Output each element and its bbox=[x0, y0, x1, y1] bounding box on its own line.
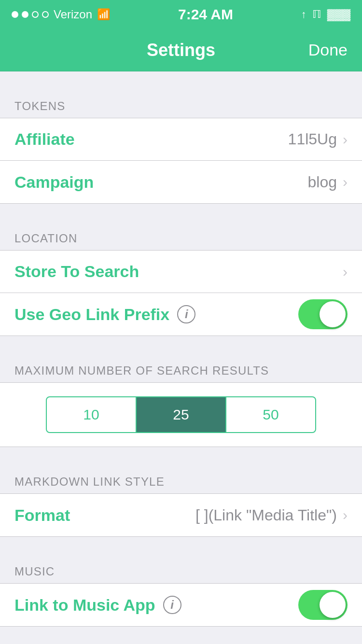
location-group: Store To Search › Use Geo Link Prefix i bbox=[0, 250, 362, 336]
wifi-icon: 📶 bbox=[97, 8, 110, 21]
affiliate-right: 11l5Ug › bbox=[288, 130, 348, 148]
music-app-label: Link to Music App bbox=[14, 596, 155, 615]
music-app-info-icon[interactable]: i bbox=[163, 596, 181, 614]
geo-link-prefix-row: Use Geo Link Prefix i bbox=[0, 293, 362, 336]
music-app-left: Link to Music App i bbox=[14, 596, 181, 615]
seg-option-50[interactable]: 50 bbox=[226, 397, 315, 432]
seg-option-10[interactable]: 10 bbox=[47, 397, 137, 432]
geo-link-info-icon[interactable]: i bbox=[177, 305, 195, 323]
dot-2 bbox=[22, 11, 28, 18]
dot-4 bbox=[42, 11, 49, 18]
max-results-group: 10 25 50 bbox=[0, 382, 362, 447]
format-value: [ ](Link "Media Title") bbox=[195, 506, 337, 524]
music-group: Link to Music App i bbox=[0, 583, 362, 627]
max-results-segmented: 10 25 50 bbox=[46, 396, 316, 433]
music-section-header: MUSIC bbox=[0, 551, 362, 583]
campaign-chevron: › bbox=[343, 174, 348, 190]
max-results-header: MAXIMUM NUMBER OF SEARCH RESULTS bbox=[0, 350, 362, 382]
store-to-search-right: › bbox=[343, 264, 348, 280]
music-app-toggle[interactable] bbox=[298, 590, 348, 620]
campaign-right: blog › bbox=[308, 173, 348, 191]
status-right: ↑ ℿ ▓▓▓ bbox=[301, 8, 350, 21]
status-time: 7:24 AM bbox=[178, 6, 233, 23]
geo-link-toggle[interactable] bbox=[298, 299, 348, 329]
tokens-group: Affiliate 11l5Ug › Campaign blog › bbox=[0, 118, 362, 204]
nav-bar: Settings Done bbox=[0, 29, 362, 71]
nav-title: Settings bbox=[147, 40, 215, 60]
format-label: Format bbox=[14, 506, 70, 525]
store-chevron: › bbox=[343, 264, 348, 280]
battery-icon: ▓▓▓ bbox=[327, 8, 350, 21]
music-app-toggle-thumb bbox=[320, 592, 346, 618]
store-to-search-row[interactable]: Store To Search › bbox=[0, 251, 362, 293]
geo-link-label: Use Geo Link Prefix bbox=[14, 305, 169, 324]
store-to-search-label: Store To Search bbox=[14, 262, 139, 281]
format-right: [ ](Link "Media Title") › bbox=[195, 506, 348, 524]
carrier-label: Verizon bbox=[54, 8, 92, 21]
link-to-music-app-row: Link to Music App i bbox=[0, 584, 362, 626]
campaign-row[interactable]: Campaign blog › bbox=[0, 161, 362, 203]
app-developers-header: APP DEVELOPERS bbox=[0, 641, 362, 644]
affiliate-row[interactable]: Affiliate 11l5Ug › bbox=[0, 118, 362, 161]
status-left: Verizon 📶 bbox=[12, 8, 110, 21]
affiliate-chevron: › bbox=[343, 131, 348, 148]
location-section-header: LOCATION bbox=[0, 218, 362, 250]
affiliate-value: 11l5Ug bbox=[288, 130, 337, 148]
done-button[interactable]: Done bbox=[308, 41, 348, 59]
dot-3 bbox=[32, 11, 39, 18]
bluetooth-icon: ℿ bbox=[312, 8, 321, 21]
campaign-label: Campaign bbox=[14, 173, 94, 192]
dot-1 bbox=[12, 11, 18, 18]
geo-link-left: Use Geo Link Prefix i bbox=[14, 305, 195, 324]
tokens-section-header: TOKENS bbox=[0, 86, 362, 118]
geo-link-toggle-thumb bbox=[320, 301, 346, 327]
format-chevron: › bbox=[343, 507, 348, 523]
seg-option-25[interactable]: 25 bbox=[137, 397, 226, 432]
format-row[interactable]: Format [ ](Link "Media Title") › bbox=[0, 494, 362, 536]
markdown-section-header: MARKDOWN LINK STYLE bbox=[0, 462, 362, 493]
campaign-value: blog bbox=[308, 173, 337, 191]
location-icon: ↑ bbox=[301, 8, 306, 21]
markdown-group: Format [ ](Link "Media Title") › bbox=[0, 493, 362, 537]
affiliate-label: Affiliate bbox=[14, 130, 75, 149]
status-bar: Verizon 📶 7:24 AM ↑ ℿ ▓▓▓ bbox=[0, 0, 362, 29]
signal-dots bbox=[12, 11, 49, 18]
